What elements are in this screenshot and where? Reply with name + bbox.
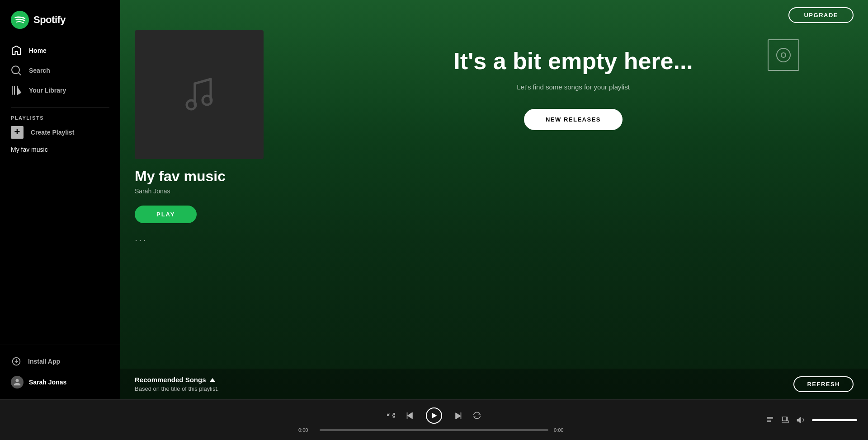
top-bar: UPGRADE: [120, 0, 868, 30]
svg-point-0: [11, 11, 29, 29]
playlist-title: My fav music: [135, 168, 226, 185]
user-avatar: [11, 376, 24, 389]
music-note-icon: [177, 72, 222, 117]
progress-track[interactable]: [320, 429, 548, 431]
upgrade-button[interactable]: UPGRADE: [788, 7, 854, 23]
playlists-section: PLAYLISTS + Create Playlist My fav music: [0, 112, 120, 159]
empty-heading: It's a bit empty here...: [453, 48, 693, 74]
svg-point-7: [781, 53, 786, 57]
sidebar-item-home[interactable]: Home: [0, 41, 120, 61]
sidebar-bottom: Install App Sarah Jonas: [0, 345, 120, 399]
spotify-wordmark: Spotify: [33, 14, 66, 26]
devices-icon[interactable]: [781, 416, 789, 424]
refresh-button[interactable]: REFRESH: [793, 376, 854, 392]
search-icon: [11, 65, 22, 76]
spotify-logo-icon: [11, 11, 29, 29]
volume-icon[interactable]: [797, 416, 805, 424]
queue-icon[interactable]: [766, 416, 774, 424]
playlist-panel: My fav music Sarah Jonas PLAY ...: [135, 30, 266, 244]
content-area: My fav music Sarah Jonas PLAY ... It's a…: [120, 30, 868, 399]
download-icon: [11, 356, 22, 367]
user-profile[interactable]: Sarah Jonas: [11, 372, 109, 392]
volume-bar[interactable]: [812, 419, 857, 421]
recommended-title: Recommended Songs: [135, 376, 219, 384]
player-center: 0:00 0:00: [146, 407, 722, 433]
plus-icon: +: [11, 126, 24, 139]
sidebar-item-home-label: Home: [29, 47, 47, 54]
user-name: Sarah Jonas: [29, 379, 66, 386]
library-icon: [11, 85, 22, 96]
progress-bar-container: 0:00 0:00: [298, 427, 570, 433]
sidebar-logo[interactable]: Spotify: [0, 0, 120, 37]
install-app-label: Install App: [28, 358, 60, 365]
recommended-bar: Recommended Songs Based on the title of …: [120, 369, 868, 399]
svg-rect-5: [768, 40, 799, 70]
player-bar: 0:00 0:00: [0, 399, 868, 440]
current-time: 0:00: [298, 427, 314, 433]
home-icon: [11, 45, 22, 56]
more-options-button[interactable]: ...: [135, 232, 147, 244]
playlist-cover: [135, 30, 264, 159]
total-time: 0:00: [554, 427, 570, 433]
empty-subtext: Let's find some songs for your playlist: [517, 83, 630, 91]
player-right: [722, 416, 857, 424]
empty-state-panel: It's a bit empty here... Let's find some…: [293, 30, 854, 130]
sidebar-divider: [11, 108, 109, 108]
new-releases-button[interactable]: NEW RELEASES: [524, 109, 623, 130]
install-app-button[interactable]: Install App: [11, 352, 109, 370]
play-button[interactable]: PLAY: [135, 206, 197, 223]
player-controls: [387, 407, 481, 424]
chevron-up-icon: [210, 378, 215, 382]
shuffle-button[interactable]: [387, 412, 395, 420]
play-pause-button[interactable]: [426, 407, 442, 424]
recommended-info: Recommended Songs Based on the title of …: [135, 376, 219, 392]
sidebar-nav: Home Search Your Library: [0, 37, 120, 104]
next-button[interactable]: [453, 411, 462, 420]
repeat-button[interactable]: [473, 412, 481, 420]
recommended-subtitle: Based on the title of this playlist.: [135, 385, 219, 392]
svg-point-6: [777, 48, 790, 62]
playlist-author: Sarah Jonas: [135, 187, 170, 195]
vinyl-icon: [768, 39, 799, 71]
playlist-item-label: My fav music: [11, 146, 48, 153]
sidebar-item-search-label: Search: [29, 67, 50, 74]
playlists-label: PLAYLISTS: [11, 115, 109, 121]
sidebar: Spotify Home Search: [0, 0, 120, 399]
playlist-item-my-fav-music[interactable]: My fav music: [11, 142, 109, 157]
sidebar-item-library-label: Your Library: [29, 87, 66, 94]
main-content: UPGRADE My fav music Sarah Jonas: [120, 0, 868, 399]
sidebar-item-library[interactable]: Your Library: [0, 80, 120, 100]
previous-button[interactable]: [406, 411, 415, 420]
sidebar-item-search[interactable]: Search: [0, 61, 120, 80]
create-playlist-button[interactable]: + Create Playlist: [11, 126, 109, 139]
create-playlist-label: Create Playlist: [31, 129, 75, 136]
